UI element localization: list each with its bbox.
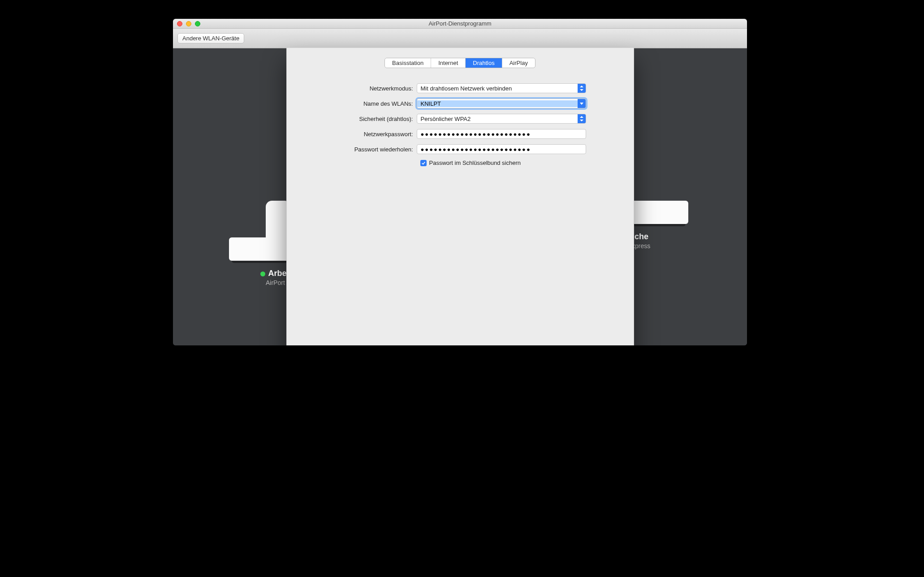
network-mode-value: Mit drahtlosem Netzwerk verbinden [421, 85, 512, 92]
zoom-icon[interactable] [195, 21, 200, 26]
updown-icon [578, 84, 586, 93]
security-value: Persönlicher WPA2 [421, 116, 471, 122]
settings-sheet: Basisstation Internet Drahtlos AirPlay N… [286, 47, 634, 345]
tab-airplay[interactable]: AirPlay [502, 58, 535, 68]
updown-icon [578, 114, 586, 123]
airport-utility-window: AirPort-Dienstprogramm Andere WLAN-Gerät… [173, 19, 747, 345]
password-field[interactable]: ●●●●●●●●●●●●●●●●●●●●●●●●● [417, 129, 586, 139]
label-password: Netzwerkpasswort: [311, 131, 417, 138]
status-dot-icon [260, 271, 265, 276]
label-network-mode: Netzwerkmodus: [311, 85, 417, 92]
tab-internet[interactable]: Internet [431, 58, 466, 68]
other-devices-button[interactable]: Andere WLAN-Geräte [177, 33, 244, 43]
network-mode-popup[interactable]: Mit drahtlosem Netzwerk verbinden [417, 83, 586, 93]
ssid-input[interactable] [417, 100, 586, 107]
titlebar[interactable]: AirPort-Dienstprogramm [173, 19, 747, 29]
check-icon [421, 161, 426, 165]
window-title: AirPort-Dienstprogramm [173, 20, 747, 27]
close-icon[interactable] [177, 21, 182, 26]
label-ssid: Name des WLANs: [311, 100, 417, 107]
tab-drahtlos[interactable]: Drahtlos [466, 58, 502, 68]
toolbar: Andere WLAN-Geräte [173, 29, 747, 48]
chevron-down-icon[interactable] [578, 99, 586, 108]
tab-basisstation[interactable]: Basisstation [385, 58, 431, 68]
tab-bar: Basisstation Internet Drahtlos AirPlay [384, 58, 535, 68]
keychain-label: Passwort im Schlüsselbund sichern [429, 159, 521, 166]
keychain-checkbox[interactable] [420, 160, 427, 166]
label-security: Sicherheit (drahtlos): [311, 116, 417, 122]
password-repeat-field[interactable]: ●●●●●●●●●●●●●●●●●●●●●●●●● [417, 144, 586, 154]
security-popup[interactable]: Persönlicher WPA2 [417, 114, 586, 124]
minimize-icon[interactable] [186, 21, 191, 26]
label-password-repeat: Passwort wiederholen: [311, 146, 417, 153]
ssid-combo[interactable] [417, 99, 586, 108]
traffic-lights [173, 21, 200, 26]
